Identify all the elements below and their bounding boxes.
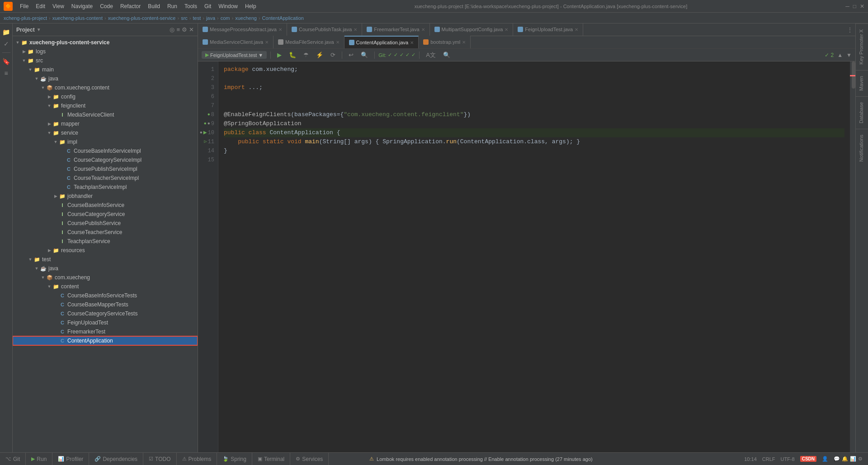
debug-button[interactable]: 🐛 [286, 51, 299, 59]
tree-course-base-impl[interactable]: C CourseBaseInfoServiceImpl [13, 146, 198, 155]
bottom-tab-services[interactable]: ⚙ Services [290, 453, 329, 465]
bottom-tab-problems[interactable]: ⚠ Problems [177, 453, 217, 465]
menu-run[interactable]: Run [164, 1, 181, 11]
tree-freemarker-test[interactable]: C FreemarkerTest [13, 327, 198, 336]
icon-4[interactable]: ⚙ [858, 456, 863, 462]
bookmarks-icon[interactable]: 🔖 [1, 56, 11, 66]
gutter-run-11[interactable]: ▷ [204, 137, 207, 146]
icon-2[interactable]: 🔔 [842, 456, 848, 462]
tree-course-pub-svc[interactable]: I CoursePublishService [13, 219, 198, 228]
tree-feignclient[interactable]: ▼ 📁 feignclient [13, 101, 198, 110]
tree-package-content[interactable]: ▼ 📦 com.xuecheng.content [13, 83, 198, 92]
tab-overflow-menu[interactable]: ⋮ [844, 27, 855, 33]
code-scrollbar[interactable] [850, 61, 855, 452]
menu-file[interactable]: File [16, 1, 32, 11]
close-panel-icon[interactable]: ✕ [189, 26, 194, 33]
status-crlf[interactable]: CRLF [762, 456, 775, 462]
tree-content-test[interactable]: ▼ 📁 content [13, 282, 198, 291]
project-dropdown[interactable]: ▼ [37, 27, 41, 32]
maximize-button[interactable]: □ [853, 3, 856, 9]
menu-view[interactable]: View [49, 1, 68, 11]
tab-close[interactable]: ✕ [575, 27, 578, 32]
project-icon[interactable]: 📁 [1, 27, 11, 37]
bottom-tab-git[interactable]: ⌥ Git [0, 453, 26, 465]
menu-git[interactable]: Git [201, 1, 215, 11]
tab-freemarker-test[interactable]: FreemarkerTest.java ✕ [362, 23, 429, 36]
tab-content-application[interactable]: ContentApplication.java ✕ [344, 36, 419, 48]
gutter-run-10b[interactable]: ▶ [203, 128, 207, 137]
tab-close[interactable]: ✕ [421, 27, 425, 32]
translate-button[interactable]: A文 [423, 50, 439, 60]
tree-teachplan-svc[interactable]: I TeachplanService [13, 237, 198, 246]
gutter-run-9b[interactable]: ● [208, 119, 210, 128]
scroll-down-btn[interactable]: ▼ [846, 52, 852, 58]
collapse-icon[interactable]: ≡ [176, 26, 180, 33]
tree-content-application[interactable]: C ContentApplication [13, 336, 198, 345]
notifications-tab[interactable]: Notifications [856, 129, 868, 167]
breadcrumb-project[interactable]: xcheng-plus-project [4, 15, 47, 21]
tree-config[interactable]: ▶ 📁 config [13, 92, 198, 101]
bottom-tab-dependencies[interactable]: 🔗 Dependencies [89, 453, 143, 465]
key-promoter-tab[interactable]: Key Promoter X [856, 23, 868, 70]
tab-close[interactable]: ✕ [410, 40, 414, 45]
menu-window[interactable]: Window [215, 1, 241, 11]
tree-course-teacher-svc[interactable]: I CourseTeacherService [13, 228, 198, 237]
tab-feign-upload[interactable]: FeignUploadTest.java ✕ [513, 23, 583, 36]
status-encoding[interactable]: UTF-8 [780, 456, 794, 462]
minimize-button[interactable]: ─ [845, 3, 849, 9]
tab-close[interactable]: ✕ [265, 40, 269, 45]
tab-multipart[interactable]: MultipartSupportConfig.java ✕ [430, 23, 514, 36]
tab-course-publish-task[interactable]: CoursePublishTask.java ✕ [287, 23, 362, 36]
tree-course-cat-svc[interactable]: I CourseCategoryService [13, 210, 198, 219]
breadcrumb-service[interactable]: xuecheng-plus-content-service [108, 15, 176, 21]
run-button[interactable]: ▶ [274, 51, 284, 59]
tab-close[interactable]: ✕ [354, 27, 357, 32]
tree-course-teacher-impl[interactable]: C CourseTeacherServiceImpl [13, 174, 198, 183]
bottom-tab-run[interactable]: ▶ Run [26, 453, 52, 465]
breadcrumb-class[interactable]: ContentApplication [262, 15, 304, 21]
structure-icon[interactable]: ≡ [1, 68, 11, 78]
tree-java-main[interactable]: ▼ ☕ java [13, 74, 198, 83]
database-tab[interactable]: Database [856, 96, 868, 129]
tab-media-file-service[interactable]: MediaFileService.java ✕ [274, 36, 344, 48]
tab-close[interactable]: ✕ [505, 27, 508, 32]
menu-tools[interactable]: Tools [181, 1, 201, 11]
gutter-run-9a[interactable]: ● [204, 119, 207, 128]
close-button[interactable]: ✕ [860, 3, 864, 9]
profile-button[interactable]: ⚡ [313, 51, 326, 59]
code-editor[interactable]: package com.xuecheng; import ...; @Enabl… [218, 61, 850, 452]
reload-button[interactable]: ⟳ [328, 51, 338, 59]
tree-teachplan-impl[interactable]: C TeachplanServiceImpl [13, 183, 198, 192]
tree-package-xuecheng[interactable]: ▼ 📦 com.xuecheng [13, 273, 198, 282]
bottom-tab-spring[interactable]: 🍃 Spring [217, 453, 252, 465]
user-avatar[interactable]: 👤 [822, 456, 828, 462]
tree-logs[interactable]: ▶ 📁 logs [13, 47, 198, 56]
tree-media-service-client[interactable]: I MediaServiceClient [13, 110, 198, 119]
tree-feign-upload-test[interactable]: C FeignUploadTest [13, 318, 198, 327]
tree-java-test[interactable]: ▼ ☕ java [13, 264, 198, 273]
tree-impl[interactable]: ▼ 📁 impl [13, 137, 198, 146]
undo-button[interactable]: ↩ [346, 51, 356, 59]
tree-course-mapper-tests[interactable]: C CourseBaseMapperTests [13, 300, 198, 309]
maven-tab[interactable]: Maven [856, 70, 868, 96]
coverage-button[interactable]: ☂ [301, 51, 311, 59]
tree-test[interactable]: ▼ 📁 test [13, 255, 198, 264]
tab-bootstrap-yml[interactable]: bootstrap.yml ✕ [419, 36, 471, 48]
commit-icon[interactable]: ✓ [1, 39, 11, 49]
tab-close[interactable]: ✕ [462, 40, 466, 45]
tree-course-base-svc[interactable]: I CourseBaseInfoService [13, 201, 198, 210]
gutter-run-10a[interactable]: ● [200, 128, 203, 137]
bottom-tab-todo[interactable]: ☑ TODO [143, 453, 176, 465]
menu-help[interactable]: Help [241, 1, 260, 11]
tree-course-pub-impl[interactable]: C CoursePublishServiceImpl [13, 164, 198, 174]
tree-main[interactable]: ▼ 📁 main [13, 65, 198, 74]
scroll-up-btn[interactable]: ▲ [837, 52, 843, 58]
menu-code[interactable]: Code [96, 1, 117, 11]
search-all-button[interactable]: 🔍 [440, 51, 453, 59]
bottom-tab-terminal[interactable]: ▣ Terminal [252, 453, 290, 465]
tab-message-process[interactable]: MessageProcessAbstract.java ✕ [198, 23, 287, 36]
tree-service[interactable]: ▼ 📁 service [13, 128, 198, 137]
icon-3[interactable]: 📊 [850, 456, 856, 462]
menu-refactor[interactable]: Refactor [117, 1, 144, 11]
tree-jobhandler[interactable]: ▶ 📁 jobhandler [13, 192, 198, 201]
